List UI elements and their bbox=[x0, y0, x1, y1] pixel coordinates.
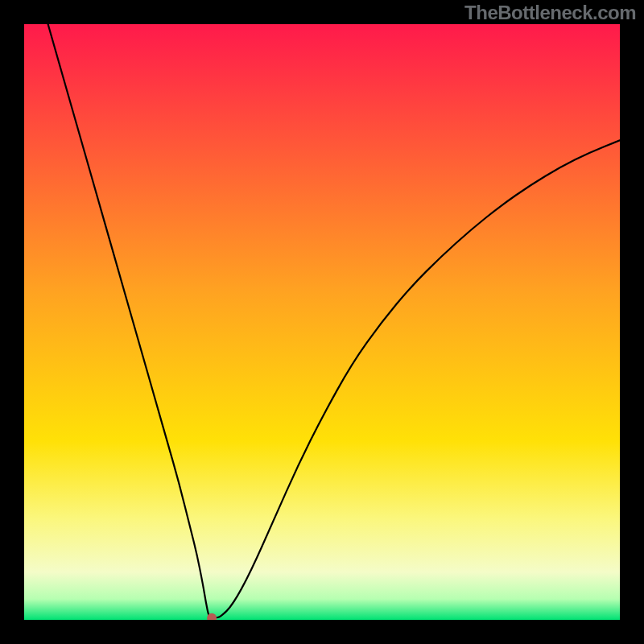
watermark-text: TheBottleneck.com bbox=[464, 2, 636, 24]
chart-frame: TheBottleneck.com bbox=[0, 0, 644, 644]
chart-svg bbox=[24, 24, 620, 620]
gradient-background bbox=[24, 24, 620, 620]
plot-area bbox=[24, 24, 620, 620]
